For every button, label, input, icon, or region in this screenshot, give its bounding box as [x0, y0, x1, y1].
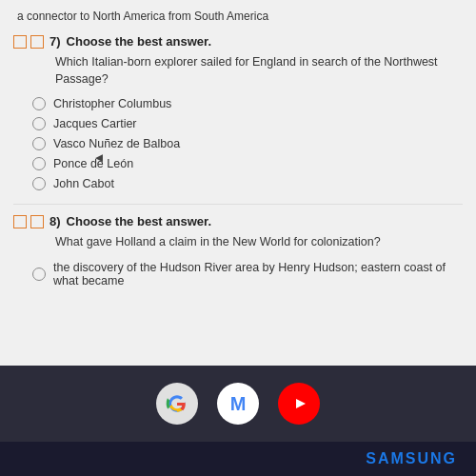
samsung-logo: SAMSUNG: [366, 450, 457, 467]
question-7-header: 7) Choose the best answer.: [13, 34, 463, 49]
radio-hudson[interactable]: [32, 268, 46, 281]
question-8-icons: [13, 215, 44, 228]
radio-ponce[interactable]: [32, 157, 46, 170]
prev-answer-text: a connector to North America from South …: [13, 10, 463, 23]
option-label-ponce: Ponce de León: [53, 157, 133, 170]
radio-christopher[interactable]: [32, 97, 46, 110]
google-icon[interactable]: [156, 383, 198, 425]
radio-john[interactable]: [32, 177, 46, 190]
option-item[interactable]: Jacques Cartier: [32, 117, 463, 130]
question-8-text: What gave Holland a claim in the New Wor…: [55, 234, 463, 251]
screen: a connector to North America from South …: [0, 0, 476, 476]
option-label-john: John Cabot: [53, 177, 114, 190]
question-8-block: 8) Choose the best answer. What gave Hol…: [13, 214, 463, 288]
section-divider: [13, 204, 463, 205]
radio-vasco[interactable]: [32, 137, 46, 150]
question-7-icons: [13, 35, 44, 49]
option-item[interactable]: Vasco Nuñez de Balboa: [32, 137, 463, 150]
question-8-options: the discovery of the Hudson River area b…: [32, 261, 463, 288]
gmail-icon[interactable]: M: [217, 383, 259, 425]
samsung-bar: SAMSUNG: [0, 442, 476, 476]
option-item-8a[interactable]: the discovery of the Hudson River area b…: [32, 261, 463, 288]
option-label-vasco: Vasco Nuñez de Balboa: [53, 137, 180, 150]
question-8-header: 8) Choose the best answer.: [13, 214, 463, 228]
question-7-text: Which Italian-born explorer sailed for E…: [55, 54, 463, 88]
question-8-instruction: Choose the best answer.: [67, 214, 211, 228]
question-8-number: 8): [50, 214, 61, 228]
option-label-jacques: Jacques Cartier: [53, 117, 137, 130]
bookmark-icon-8: [13, 215, 27, 228]
flag-icon: [30, 35, 44, 49]
question-7-number: 7): [50, 34, 61, 49]
option-item[interactable]: Christopher Columbus: [32, 97, 463, 110]
youtube-icon[interactable]: [278, 383, 320, 425]
option-label-christopher: Christopher Columbus: [53, 97, 171, 110]
question-7-instruction: Choose the best answer.: [67, 34, 211, 49]
bookmark-icon: [13, 35, 27, 49]
bottom-nav-bar: M: [0, 366, 476, 442]
question-7-block: 7) Choose the best answer. Which Italian…: [13, 34, 463, 190]
flag-icon-8: [30, 215, 44, 228]
question-7-options: Christopher Columbus Jacques Cartier Vas…: [32, 97, 463, 190]
radio-jacques[interactable]: [32, 117, 46, 130]
option-item[interactable]: Ponce de León: [32, 157, 463, 170]
option-label-hudson: the discovery of the Hudson River area b…: [53, 261, 463, 288]
content-area: a connector to North America from South …: [0, 0, 476, 366]
option-item[interactable]: John Cabot: [32, 177, 463, 190]
